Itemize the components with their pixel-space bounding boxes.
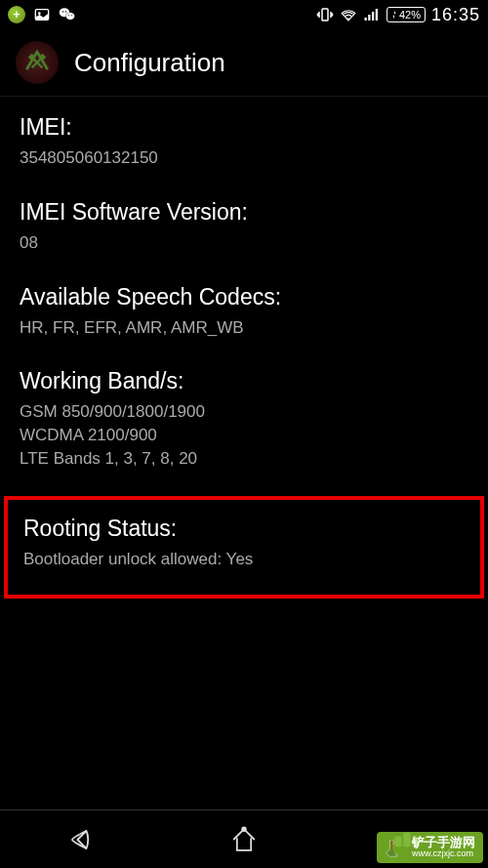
bands-value: GSM 850/900/1800/1900 WCDMA 2100/900 LTE… (20, 400, 468, 470)
svg-point-1 (38, 12, 41, 15)
rooting-highlight: Rooting Status: Bootloader unlock allowe… (4, 496, 484, 599)
svg-rect-8 (322, 9, 328, 21)
svg-point-9 (347, 18, 349, 20)
watermark-sub: www.czjxjc.com (412, 849, 475, 859)
speech-codecs-value: HR, FR, EFR, AMR, AMR_WB (20, 316, 468, 340)
status-right: 42% 16:35 (316, 5, 480, 25)
svg-rect-13 (376, 9, 378, 21)
speech-codecs-section: Available Speech Codecs: HR, FR, EFR, AM… (20, 284, 468, 340)
svg-point-3 (66, 13, 75, 21)
svg-rect-10 (364, 18, 366, 21)
svg-rect-12 (372, 12, 374, 21)
watermark-main: 铲子手游网 (412, 836, 475, 849)
imei-sw-value: 08 (20, 231, 468, 255)
bands-line3: LTE Bands 1, 3, 7, 8, 20 (20, 447, 468, 471)
svg-rect-11 (368, 15, 370, 21)
bands-line2: WCDMA 2100/900 (20, 424, 468, 447)
battery-indicator: 42% (386, 7, 426, 22)
svg-point-7 (71, 15, 72, 16)
status-left (8, 6, 316, 23)
vibrate-icon (316, 6, 334, 23)
battery-percent: 42% (399, 9, 421, 21)
svg-point-16 (242, 827, 246, 831)
imei-title: IMEI: (20, 114, 468, 141)
imei-section: IMEI: 354805060132150 (20, 114, 468, 170)
content-area: IMEI: 354805060132150 IMEI Software Vers… (0, 97, 488, 616)
home-button[interactable] (205, 815, 283, 864)
speech-codecs-title: Available Speech Codecs: (20, 284, 468, 310)
watermark: 铲子手游网 www.czjxjc.com (377, 832, 483, 863)
rooting-value: Bootloader unlock allowed: Yes (23, 548, 465, 571)
wechat-notification-icon (59, 6, 76, 23)
app-icon (16, 41, 59, 84)
bands-line1: GSM 850/900/1800/1900 (20, 400, 468, 424)
bands-title: Working Band/s: (20, 368, 468, 394)
gallery-notification-icon (33, 6, 51, 23)
clock: 16:35 (431, 5, 480, 25)
status-bar: 42% 16:35 (0, 0, 488, 29)
bands-section: Working Band/s: GSM 850/900/1800/1900 WC… (20, 368, 468, 470)
watermark-text: 铲子手游网 www.czjxjc.com (412, 836, 475, 859)
svg-point-6 (68, 15, 69, 16)
app-notification-icon (8, 6, 25, 23)
page-title: Configuration (74, 48, 225, 78)
imei-sw-title: IMEI Software Version: (20, 199, 468, 226)
back-button[interactable] (42, 815, 120, 864)
svg-point-5 (65, 11, 67, 13)
rooting-title: Rooting Status: (23, 516, 465, 542)
svg-point-4 (62, 11, 64, 13)
imei-sw-section: IMEI Software Version: 08 (20, 199, 468, 255)
shovel-icon (385, 837, 406, 858)
signal-icon (363, 6, 381, 23)
wifi-icon (340, 6, 357, 23)
imei-value: 354805060132150 (20, 146, 468, 170)
app-header: Configuration (0, 29, 488, 97)
